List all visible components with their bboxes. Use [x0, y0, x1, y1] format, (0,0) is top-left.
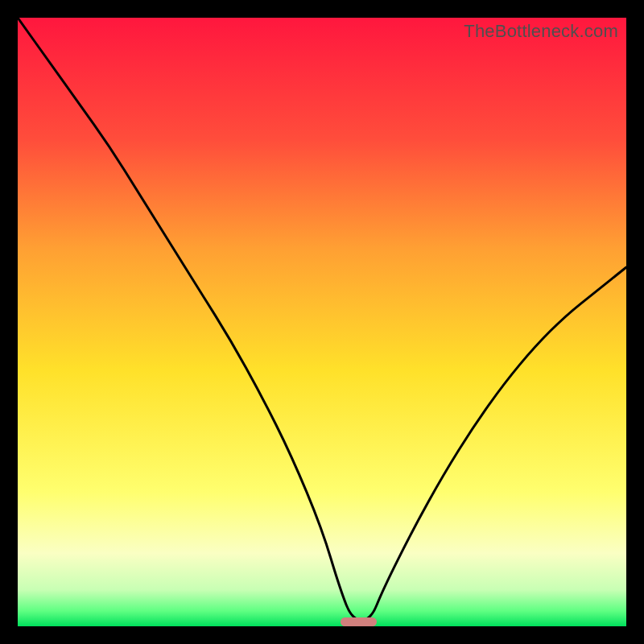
chart-frame: TheBottleneck.com	[0, 0, 644, 644]
watermark-text: TheBottleneck.com	[464, 21, 618, 42]
plot-area: TheBottleneck.com	[18, 18, 626, 626]
minimum-marker	[341, 617, 377, 626]
gradient-background	[18, 18, 626, 626]
